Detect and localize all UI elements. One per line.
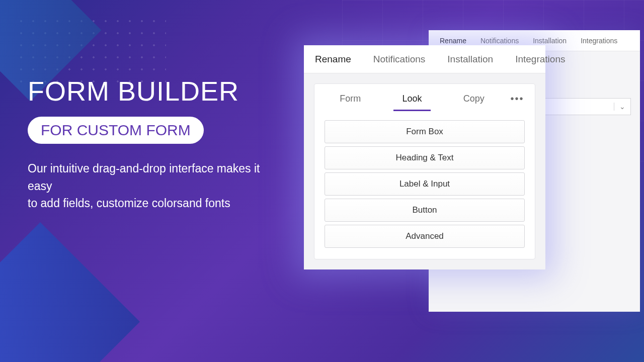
option-button[interactable]: Button [325, 199, 525, 222]
promo-title: FORM BUILDER [28, 75, 279, 107]
tab-installation[interactable]: Installation [436, 45, 504, 73]
look-card: Form Look Copy ••• Form Box Heading & Te… [314, 83, 535, 259]
card-tab-bar: Form Look Copy ••• [314, 84, 535, 113]
option-form-box[interactable]: Form Box [325, 120, 525, 143]
bg-shape-1 [0, 222, 140, 362]
card-tab-form[interactable]: Form [319, 86, 381, 111]
promo-desc: Our intuitive drag-and-drop interface ma… [28, 160, 279, 212]
look-option-list: Form Box Heading & Text Label & Input Bu… [314, 113, 535, 259]
card-more-button[interactable]: ••• [505, 93, 530, 105]
option-label-input[interactable]: Label & Input [325, 172, 525, 196]
tab-notifications[interactable]: Notifications [362, 45, 437, 73]
front-tab-bar: Rename Notifications Installation Integr… [304, 45, 545, 73]
card-tab-look[interactable]: Look [381, 86, 443, 111]
settings-panel-front: Rename Notifications Installation Integr… [304, 45, 545, 269]
option-heading-text[interactable]: Heading & Text [325, 146, 525, 169]
option-advanced[interactable]: Advanced [325, 225, 525, 248]
back-tab-integrations[interactable]: Integrations [574, 32, 624, 50]
promo-block: FORM BUILDER FOR CUSTOM FORM Our intuiti… [28, 75, 279, 212]
tab-integrations[interactable]: Integrations [504, 45, 576, 73]
promo-pill: FOR CUSTOM FORM [28, 117, 204, 144]
chevron-down-icon: ⌄ [614, 103, 625, 111]
promo-desc-l2: to add fields, customize colorsand fonts [28, 197, 230, 210]
promo-desc-l1: Our intuitive drag-and-drop interface ma… [28, 162, 260, 193]
card-tab-copy[interactable]: Copy [443, 86, 505, 111]
front-body: Form Look Copy ••• Form Box Heading & Te… [304, 73, 545, 269]
tab-rename[interactable]: Rename [304, 45, 362, 73]
